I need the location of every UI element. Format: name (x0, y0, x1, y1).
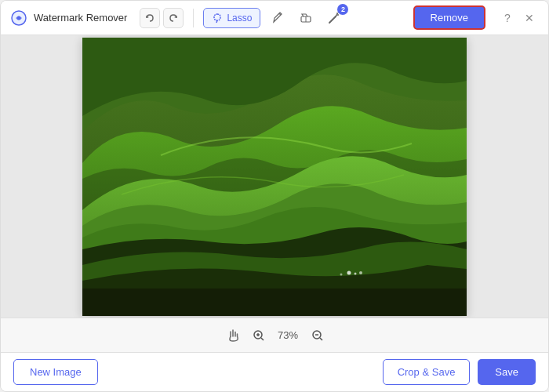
svg-rect-8 (82, 289, 467, 316)
remove-button[interactable]: Remove (413, 5, 485, 30)
separator-1 (193, 9, 194, 27)
footer-right-buttons: Crop & Save Save (383, 359, 536, 385)
new-image-button[interactable]: New Image (13, 359, 98, 385)
zoom-level: 73% (274, 329, 302, 341)
app-title: Watermark Remover (34, 12, 127, 24)
save-button[interactable]: Save (478, 359, 536, 385)
window-controls: ? ✕ (498, 9, 539, 27)
svg-line-16 (261, 338, 264, 340)
svg-point-10 (354, 272, 357, 274)
canvas-area (1, 35, 548, 318)
zoom-out-button[interactable] (308, 326, 327, 345)
eraser-tool-button[interactable] (295, 7, 317, 29)
zoom-controls: 73% (223, 325, 327, 346)
landscape-image (82, 38, 467, 316)
footer-bar: New Image Crop & Save Save (1, 352, 548, 391)
pan-tool-button[interactable] (223, 325, 243, 346)
pen-tool-button[interactable] (267, 7, 289, 29)
svg-point-12 (340, 273, 343, 275)
title-bar: Watermark Remover Lasso (1, 1, 548, 35)
bottom-toolbar: 73% (1, 318, 548, 352)
svg-line-19 (320, 338, 322, 340)
crop-save-button[interactable]: Crop & Save (383, 359, 471, 385)
svg-point-1 (17, 16, 21, 20)
close-button[interactable]: ✕ (520, 9, 539, 27)
help-button[interactable]: ? (498, 9, 517, 27)
app-logo (10, 9, 27, 27)
lasso-tool-button[interactable]: Lasso (203, 8, 260, 28)
zoom-in-button[interactable] (249, 326, 268, 345)
redo-button[interactable] (163, 8, 184, 28)
magic-wand-wrapper: 2 (323, 7, 345, 29)
svg-point-9 (347, 270, 351, 274)
nav-buttons (140, 8, 184, 28)
badge-count: 2 (337, 4, 348, 15)
lasso-label: Lasso (227, 13, 252, 24)
undo-button[interactable] (140, 8, 160, 28)
image-container (82, 38, 467, 316)
svg-point-11 (359, 271, 362, 274)
